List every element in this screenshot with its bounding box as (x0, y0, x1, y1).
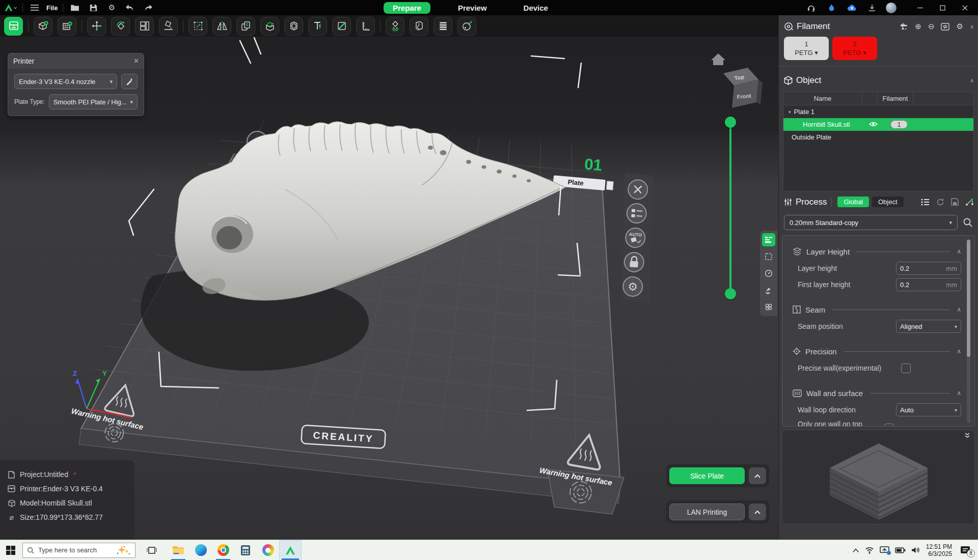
file-menu[interactable]: File (46, 4, 58, 12)
wifi-icon[interactable] (865, 546, 874, 554)
process-preset-select[interactable]: 0.20mm Standard-copy▾ (784, 215, 958, 230)
printer-select[interactable]: Ender-3 V3 KE-0.4 nozzle▾ (14, 74, 117, 89)
cloud-upload-icon[interactable] (845, 2, 858, 13)
object-collapse-icon[interactable]: ∧ (970, 77, 974, 84)
save-icon[interactable] (87, 2, 100, 13)
taskbar-creality-print[interactable] (279, 540, 302, 560)
precise-wall-checkbox[interactable] (901, 363, 911, 373)
wall-loop-direction-select[interactable]: Auto▾ (896, 403, 961, 416)
taskbar-chrome[interactable] (212, 540, 234, 560)
settings-gear-icon[interactable]: ⚙ (105, 2, 118, 13)
cast-icon[interactable] (880, 546, 889, 554)
remove-filament-icon[interactable]: ⊖ (928, 22, 935, 31)
plate-lock-button[interactable] (624, 252, 644, 272)
taskbar-paint[interactable] (257, 540, 279, 560)
group-seam[interactable]: Seam∧ (793, 301, 961, 318)
move-tool-icon[interactable] (87, 17, 106, 36)
filament-settings-gear-icon[interactable]: ⚙ (956, 22, 963, 31)
user-avatar[interactable] (886, 3, 896, 13)
parameter-list-icon[interactable] (921, 199, 930, 206)
gauge-icon[interactable] (762, 267, 775, 280)
rotate-tool-icon[interactable] (111, 17, 130, 36)
scale-tool-icon[interactable] (188, 17, 207, 36)
add-plate-tool-icon[interactable] (58, 17, 76, 36)
split-to-parts-tool-icon[interactable] (284, 17, 303, 36)
taskbar-edge[interactable] (189, 540, 212, 560)
settings-scrollbar-thumb[interactable] (967, 240, 970, 357)
text-tool-icon[interactable] (308, 17, 327, 36)
add-model-tool-icon[interactable] (34, 17, 52, 36)
plate-list-button[interactable] (627, 203, 647, 223)
split-to-objects-tool-icon[interactable] (260, 17, 279, 36)
process-tab-global[interactable]: Global (837, 197, 869, 207)
speaker-icon[interactable] (911, 546, 920, 554)
battery-icon[interactable] (895, 547, 906, 554)
printer-panel-close-icon[interactable]: × (134, 57, 139, 66)
open-folder-icon[interactable] (68, 2, 82, 13)
filament-slot-2[interactable]: 2 PETG ▾ (832, 37, 877, 60)
layer-height-input[interactable]: mm (896, 262, 961, 275)
seam-position-select[interactable]: Aligned▾ (896, 320, 961, 333)
measure-tool-icon[interactable] (356, 17, 375, 36)
seam-painting-tool-icon[interactable] (332, 17, 351, 36)
taskbar-search-input[interactable]: Type here to search (22, 543, 135, 558)
object-list-panel-icon[interactable] (762, 233, 775, 246)
slice-options-caret[interactable] (749, 467, 766, 484)
preview-expand-icon[interactable] (964, 432, 970, 438)
filament-slot-1[interactable]: 1 PETG ▾ (784, 37, 829, 60)
color-painting-tool-icon[interactable] (457, 17, 476, 36)
lamp-icon[interactable] (762, 284, 775, 297)
save-preset-icon[interactable] (951, 198, 959, 206)
notification-center-icon[interactable]: 8 (958, 543, 973, 558)
flush-faucet-icon[interactable] (900, 23, 908, 31)
slider-knob-top[interactable] (725, 117, 736, 128)
tab-preview[interactable]: Preview (449, 2, 496, 14)
slice-plate-button[interactable]: Slice Plate (669, 467, 745, 484)
tab-device[interactable]: Device (514, 2, 557, 14)
download-icon[interactable] (865, 2, 879, 13)
paint-drop-icon[interactable] (825, 2, 838, 13)
add-filament-icon[interactable]: ⊕ (915, 22, 921, 31)
object-row-model[interactable]: Hornbill Skull.stl 1 (783, 118, 973, 131)
tray-expand-icon[interactable] (852, 548, 859, 553)
undo-icon[interactable] (123, 2, 137, 13)
first-layer-height-input[interactable]: mm (896, 278, 961, 291)
clone-tool-icon[interactable] (236, 17, 255, 36)
printer-edit-button[interactable] (121, 74, 138, 89)
slider-knob-bottom[interactable] (725, 288, 736, 299)
components-grid-icon[interactable] (762, 300, 775, 314)
compare-flow-icon[interactable] (965, 198, 974, 206)
search-preset-icon[interactable] (963, 217, 973, 228)
taskbar-clock[interactable]: 12:51 PM 6/3/2025 (926, 543, 952, 557)
slice-preview-box[interactable] (782, 430, 975, 524)
lan-printing-button[interactable]: LAN Printing (669, 503, 745, 520)
mirror-tool-icon[interactable] (212, 17, 231, 36)
group-precision[interactable]: Precision∧ (793, 343, 961, 360)
support-headset-icon[interactable] (804, 2, 818, 13)
reset-history-icon[interactable] (936, 198, 944, 206)
home-view-icon[interactable] (711, 53, 725, 65)
plate-settings-button[interactable]: ⚙ (622, 276, 643, 297)
object-row-plate[interactable]: ▾ Plate 1 (783, 105, 973, 118)
bounding-box-icon[interactable] (762, 250, 775, 263)
swap-filament-icon[interactable] (941, 23, 949, 31)
support-painting-tool-icon[interactable] (386, 17, 404, 36)
one-wall-top-checkbox[interactable] (884, 424, 894, 427)
object-row-outside[interactable]: Outside Plate (783, 131, 973, 144)
cut-tool-icon[interactable] (410, 17, 428, 36)
taskbar-file-explorer[interactable] (167, 540, 189, 560)
view-cube[interactable]: Top Front (723, 68, 763, 108)
plate-close-button[interactable] (628, 179, 648, 200)
variable-layer-height-tool-icon[interactable] (433, 17, 452, 36)
tab-prepare[interactable]: Prepare (384, 2, 430, 14)
viewport-3d[interactable]: Warning hot surface Warning hot surface (0, 37, 778, 540)
taskbar-calculator[interactable] (234, 540, 257, 560)
maximize-button[interactable] (931, 0, 954, 15)
redo-icon[interactable] (142, 2, 155, 13)
lan-options-caret[interactable] (749, 503, 766, 520)
hamburger-menu-icon[interactable] (28, 2, 41, 13)
task-view-button[interactable] (142, 540, 162, 560)
group-layer-height[interactable]: Layer Height∧ (793, 243, 961, 260)
filament-collapse-icon[interactable]: ∧ (970, 23, 974, 30)
model-filament-badge[interactable]: 1 (890, 120, 908, 129)
